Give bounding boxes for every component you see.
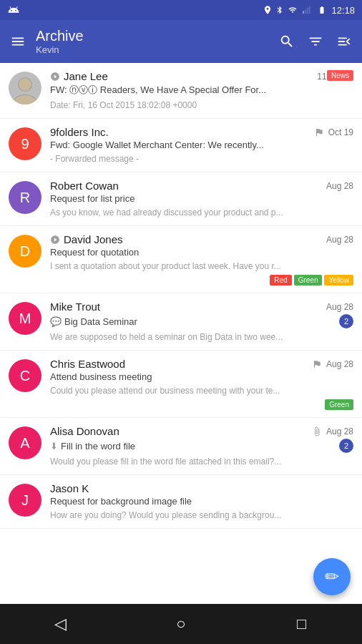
sender-name: David Jones xyxy=(50,233,123,245)
email-subject-row: Fwd: Google Wallet Merchant Center: We r… xyxy=(50,140,353,150)
email-subject: Request for list price xyxy=(50,193,135,204)
chat-icon: 💬 xyxy=(50,316,62,327)
back-button[interactable]: ◁ xyxy=(39,604,82,644)
tag-row: RedGreenYellow xyxy=(50,275,353,286)
email-date: Aug 28 xyxy=(326,426,353,436)
sender-name: 9folders Inc. xyxy=(50,126,109,138)
search-button[interactable] xyxy=(279,34,295,49)
more-options-button[interactable] xyxy=(336,34,352,49)
email-preview: Date: Fri, 16 Oct 2015 18:02:08 +0000 xyxy=(50,100,197,110)
time-display: 12:18 xyxy=(331,5,355,16)
email-subject-row: Request for list price xyxy=(50,193,353,204)
email-preview: As you know, we had already discussed yo… xyxy=(50,208,283,218)
bluetooth-icon xyxy=(275,5,284,15)
email-header: Jane Lee 11:42 AM xyxy=(50,70,353,82)
email-item[interactable]: Jane Lee 11:42 AM FW: ⓝⓥⓘ Readers, We Ha… xyxy=(0,63,362,119)
email-subject: Request for quotation xyxy=(50,247,139,258)
email-subject: FW: ⓝⓥⓘ Readers, We Have A Special Offer… xyxy=(50,84,266,97)
email-header: Robert Cowan Aug 28 xyxy=(50,180,353,192)
email-date: Aug 28 xyxy=(326,235,353,245)
sender-name: Jason K xyxy=(50,482,89,494)
email-subject: Attend business meeting xyxy=(50,371,152,382)
email-header: Chris Eastwood Aug 28 xyxy=(50,358,353,370)
email-content: Jason K Request for background image fil… xyxy=(50,482,353,521)
flag-icon xyxy=(314,127,324,137)
email-preview: I sent a quotation about your product la… xyxy=(50,261,281,271)
news-badge: News xyxy=(327,70,353,81)
filter-button[interactable] xyxy=(308,34,323,49)
email-list: Jane Lee 11:42 AM FW: ⓝⓥⓘ Readers, We Ha… xyxy=(0,63,362,604)
email-header: Jason K xyxy=(50,482,353,494)
tag-row: Green xyxy=(50,399,353,410)
email-subject: Big Data Seminar xyxy=(64,316,137,327)
app-bar-title-group: Archive Kevin xyxy=(36,28,269,55)
tag-badge: Red xyxy=(270,275,291,286)
menu-button[interactable] xyxy=(10,34,26,49)
email-item[interactable]: 9 9folders Inc. Oct 19 Fwd: Google Walle… xyxy=(0,119,362,172)
status-bar: 12:18 xyxy=(0,0,362,20)
email-subject-row: ⬇ Fill in the word file 2 xyxy=(50,439,353,453)
email-content: 9folders Inc. Oct 19 Fwd: Google Wallet … xyxy=(50,126,353,165)
count-badge: 2 xyxy=(339,314,353,328)
email-content: Alisa Donovan Aug 28 ⬇ Fill in the word … xyxy=(50,425,353,467)
email-subject-row: 💬 Big Data Seminar 2 xyxy=(50,314,353,328)
sender-name: Mike Trout xyxy=(50,301,100,313)
svg-point-7 xyxy=(13,95,37,104)
email-subject-row: FW: ⓝⓥⓘ Readers, We Have A Special Offer… xyxy=(50,84,353,97)
tag-badge: Green xyxy=(294,275,323,286)
sender-name: Jane Lee xyxy=(50,70,108,82)
app-bar: Archive Kevin xyxy=(0,20,362,63)
email-preview: How are you doing? Would you please send… xyxy=(50,510,281,520)
email-date: Aug 28 xyxy=(326,181,353,191)
location-icon xyxy=(263,5,273,15)
home-button[interactable]: ○ xyxy=(160,604,202,644)
attach-icon xyxy=(312,426,322,436)
email-subject: Fill in the word file xyxy=(61,441,135,452)
flag-icon xyxy=(312,359,322,369)
email-item[interactable]: M Mike Trout Aug 28 💬 Big Data Seminar 2… xyxy=(0,293,362,351)
email-content: David Jones Aug 28 Request for quotation… xyxy=(50,233,353,286)
wifi-icon xyxy=(287,6,298,14)
email-item[interactable]: J Jason K Request for background image f… xyxy=(0,475,362,529)
email-content: Mike Trout Aug 28 💬 Big Data Seminar 2 W… xyxy=(50,301,353,343)
status-bar-left xyxy=(7,4,20,16)
star-icon xyxy=(50,72,60,82)
app-bar-subtitle: Kevin xyxy=(36,44,269,55)
svg-rect-0 xyxy=(303,11,305,14)
email-item[interactable]: A Alisa Donovan Aug 28 ⬇ Fill in the wor… xyxy=(0,418,362,475)
bottom-nav: ◁ ○ □ xyxy=(0,604,362,644)
android-icon xyxy=(7,4,20,16)
signal-icon xyxy=(301,5,313,15)
email-subject-row: Request for quotation xyxy=(50,247,353,258)
tag-badge: Green xyxy=(325,399,353,410)
email-preview: Would you please fill in the word file a… xyxy=(50,457,281,467)
compose-fab[interactable]: ✏ xyxy=(313,558,351,595)
svg-rect-1 xyxy=(305,9,307,14)
email-preview: Could you please attend our business mee… xyxy=(50,386,280,396)
email-content: Robert Cowan Aug 28 Request for list pri… xyxy=(50,180,353,218)
email-item[interactable]: D David Jones Aug 28 Request for quotati… xyxy=(0,226,362,293)
email-item[interactable]: C Chris Eastwood Aug 28 Attend business … xyxy=(0,351,362,418)
email-date: Aug 28 xyxy=(326,302,353,312)
tag-badge: Yellow xyxy=(324,275,353,286)
email-content: Jane Lee 11:42 AM FW: ⓝⓥⓘ Readers, We Ha… xyxy=(50,70,353,111)
email-header: David Jones Aug 28 xyxy=(50,233,353,245)
count-badge: 2 xyxy=(339,439,353,453)
email-subject-row: Request for background image file xyxy=(50,496,353,507)
email-date: Aug 28 xyxy=(326,359,353,369)
download-icon: ⬇ xyxy=(50,441,58,452)
svg-point-6 xyxy=(19,78,31,91)
app-bar-title: Archive xyxy=(36,28,269,44)
status-bar-icons: 12:18 xyxy=(263,5,355,16)
email-preview: We are supposed to held a seminar on Big… xyxy=(50,332,283,342)
email-item[interactable]: R Robert Cowan Aug 28 Request for list p… xyxy=(0,172,362,226)
email-subject-row: Attend business meeting xyxy=(50,371,353,382)
star-icon xyxy=(50,235,60,245)
email-date: Oct 19 xyxy=(328,127,353,137)
svg-rect-3 xyxy=(309,6,310,14)
email-preview: - Forwarded message - xyxy=(50,154,139,164)
app-bar-actions xyxy=(279,34,352,49)
recents-button[interactable]: □ xyxy=(280,604,323,644)
email-header: 9folders Inc. Oct 19 xyxy=(50,126,353,138)
email-subject: Fwd: Google Wallet Merchant Center: We r… xyxy=(50,140,264,150)
